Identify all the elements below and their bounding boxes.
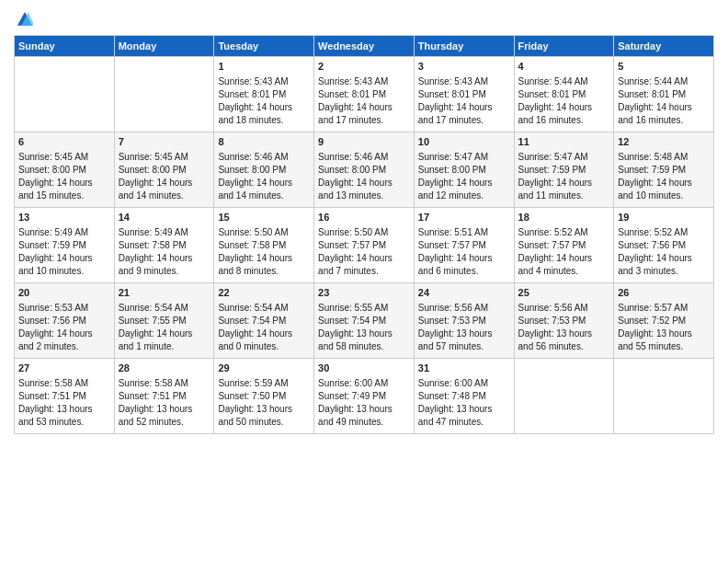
day-info: Sunset: 8:00 PM — [318, 164, 410, 177]
calendar-cell: 4Sunrise: 5:44 AMSunset: 8:01 PMDaylight… — [514, 57, 614, 132]
day-info: Sunrise: 5:59 AM — [218, 377, 310, 390]
day-info: Sunset: 7:59 PM — [18, 239, 110, 252]
day-number: 17 — [418, 211, 510, 224]
calendar-cell: 27Sunrise: 5:58 AMSunset: 7:51 PMDayligh… — [15, 359, 115, 434]
calendar-cell: 15Sunrise: 5:50 AMSunset: 7:58 PMDayligh… — [214, 208, 314, 283]
day-info: Sunrise: 5:44 AM — [518, 75, 610, 88]
calendar-cell: 24Sunrise: 5:56 AMSunset: 7:53 PMDayligh… — [414, 283, 514, 359]
calendar-cell: 17Sunrise: 5:51 AMSunset: 7:57 PMDayligh… — [414, 208, 514, 283]
calendar-cell: 16Sunrise: 5:50 AMSunset: 7:57 PMDayligh… — [314, 208, 415, 283]
day-info: Daylight: 14 hours and 8 minutes. — [218, 252, 310, 278]
calendar-cell: 1Sunrise: 5:43 AMSunset: 8:01 PMDaylight… — [214, 57, 314, 132]
logo — [14, 9, 33, 28]
day-number: 2 — [318, 60, 410, 74]
calendar-week-4: 20Sunrise: 5:53 AMSunset: 7:56 PMDayligh… — [15, 283, 714, 359]
day-info: Daylight: 14 hours and 6 minutes. — [418, 252, 510, 278]
day-info: Sunset: 7:57 PM — [418, 239, 510, 252]
day-info: Daylight: 14 hours and 7 minutes. — [318, 252, 410, 278]
calendar-cell: 18Sunrise: 5:52 AMSunset: 7:57 PMDayligh… — [514, 208, 614, 283]
day-info: Daylight: 14 hours and 18 minutes. — [218, 101, 310, 127]
day-info: Daylight: 13 hours and 53 minutes. — [18, 403, 110, 429]
day-info: Sunrise: 5:58 AM — [18, 377, 110, 390]
day-info: Sunset: 7:59 PM — [618, 164, 710, 177]
day-info: Sunrise: 5:56 AM — [418, 302, 510, 315]
calendar-cell: 3Sunrise: 5:43 AMSunset: 8:01 PMDaylight… — [414, 57, 514, 132]
day-number: 26 — [618, 286, 710, 300]
day-number: 10 — [418, 135, 510, 149]
day-info: Sunset: 8:00 PM — [418, 164, 510, 177]
day-info: Sunrise: 5:53 AM — [18, 302, 110, 315]
calendar-week-3: 13Sunrise: 5:49 AMSunset: 7:59 PMDayligh… — [15, 208, 714, 283]
calendar-cell: 22Sunrise: 5:54 AMSunset: 7:54 PMDayligh… — [214, 283, 314, 359]
day-number: 20 — [18, 286, 110, 300]
day-info: Sunrise: 5:46 AM — [318, 151, 410, 164]
calendar-cell: 9Sunrise: 5:46 AMSunset: 8:00 PMDaylight… — [314, 132, 415, 208]
day-info: Daylight: 13 hours and 55 minutes. — [618, 327, 710, 353]
calendar-cell: 13Sunrise: 5:49 AMSunset: 7:59 PMDayligh… — [15, 208, 115, 283]
day-info: Daylight: 14 hours and 14 minutes. — [119, 177, 210, 202]
day-info: Sunset: 8:00 PM — [18, 164, 110, 177]
day-info: Sunrise: 5:51 AM — [418, 226, 510, 239]
day-number: 30 — [318, 362, 410, 375]
calendar-cell: 12Sunrise: 5:48 AMSunset: 7:59 PMDayligh… — [614, 132, 714, 208]
day-number: 19 — [618, 211, 710, 224]
day-number: 1 — [218, 60, 310, 74]
day-info: Daylight: 13 hours and 52 minutes. — [119, 403, 210, 429]
day-header-monday: Monday — [114, 36, 214, 57]
calendar-cell: 5Sunrise: 5:44 AMSunset: 8:01 PMDaylight… — [614, 57, 714, 132]
day-number: 22 — [218, 286, 310, 300]
day-info: Daylight: 14 hours and 12 minutes. — [418, 177, 510, 202]
calendar-cell: 25Sunrise: 5:56 AMSunset: 7:53 PMDayligh… — [514, 283, 614, 359]
calendar-cell — [15, 57, 115, 132]
day-info: Sunrise: 5:45 AM — [18, 151, 110, 164]
header — [14, 9, 714, 28]
day-info: Sunset: 7:48 PM — [418, 390, 510, 403]
day-info: Sunrise: 5:56 AM — [518, 302, 610, 315]
day-number: 24 — [418, 286, 510, 300]
day-number: 16 — [318, 211, 410, 224]
day-info: Daylight: 14 hours and 14 minutes. — [218, 177, 310, 202]
calendar-cell: 2Sunrise: 5:43 AMSunset: 8:01 PMDaylight… — [314, 57, 415, 132]
day-header-tuesday: Tuesday — [214, 36, 314, 57]
day-number: 25 — [518, 286, 610, 300]
day-number: 31 — [418, 362, 510, 375]
calendar-cell: 14Sunrise: 5:49 AMSunset: 7:58 PMDayligh… — [114, 208, 214, 283]
day-info: Sunset: 7:53 PM — [518, 315, 610, 327]
day-info: Daylight: 14 hours and 17 minutes. — [318, 101, 410, 127]
page-container: SundayMondayTuesdayWednesdayThursdayFrid… — [0, 0, 728, 439]
day-info: Sunset: 7:57 PM — [318, 239, 410, 252]
logo-icon — [17, 11, 33, 28]
day-info: Sunrise: 6:00 AM — [318, 377, 410, 390]
day-info: Sunrise: 5:46 AM — [218, 151, 310, 164]
day-info: Daylight: 13 hours and 57 minutes. — [418, 327, 510, 353]
day-info: Sunset: 8:01 PM — [418, 88, 510, 101]
day-info: Sunrise: 5:55 AM — [318, 302, 410, 315]
day-number: 8 — [218, 135, 310, 149]
day-info: Sunset: 7:59 PM — [518, 164, 610, 177]
day-info: Sunrise: 5:52 AM — [518, 226, 610, 239]
day-info: Sunset: 8:00 PM — [119, 164, 210, 177]
day-info: Daylight: 14 hours and 17 minutes. — [418, 101, 510, 127]
day-info: Sunrise: 5:49 AM — [119, 226, 210, 239]
calendar-week-2: 6Sunrise: 5:45 AMSunset: 8:00 PMDaylight… — [15, 132, 714, 208]
day-number: 18 — [518, 211, 610, 224]
day-info: Daylight: 13 hours and 50 minutes. — [218, 403, 310, 429]
day-info: Sunrise: 5:52 AM — [618, 226, 710, 239]
calendar-cell: 11Sunrise: 5:47 AMSunset: 7:59 PMDayligh… — [514, 132, 614, 208]
day-number: 9 — [318, 135, 410, 149]
day-info: Sunset: 8:01 PM — [618, 88, 710, 101]
day-info: Daylight: 14 hours and 13 minutes. — [318, 177, 410, 202]
day-header-thursday: Thursday — [414, 36, 514, 57]
day-number: 29 — [218, 362, 310, 375]
day-header-saturday: Saturday — [614, 36, 714, 57]
day-info: Sunrise: 5:58 AM — [119, 377, 210, 390]
day-info: Sunset: 7:51 PM — [119, 390, 210, 403]
calendar-week-5: 27Sunrise: 5:58 AMSunset: 7:51 PMDayligh… — [15, 359, 714, 434]
day-info: Sunset: 8:01 PM — [518, 88, 610, 101]
calendar-cell: 8Sunrise: 5:46 AMSunset: 8:00 PMDaylight… — [214, 132, 314, 208]
day-info: Daylight: 14 hours and 10 minutes. — [618, 177, 710, 202]
day-info: Sunset: 7:54 PM — [218, 315, 310, 327]
day-info: Daylight: 14 hours and 4 minutes. — [518, 252, 610, 278]
day-info: Sunrise: 5:48 AM — [618, 151, 710, 164]
day-header-sunday: Sunday — [15, 36, 115, 57]
